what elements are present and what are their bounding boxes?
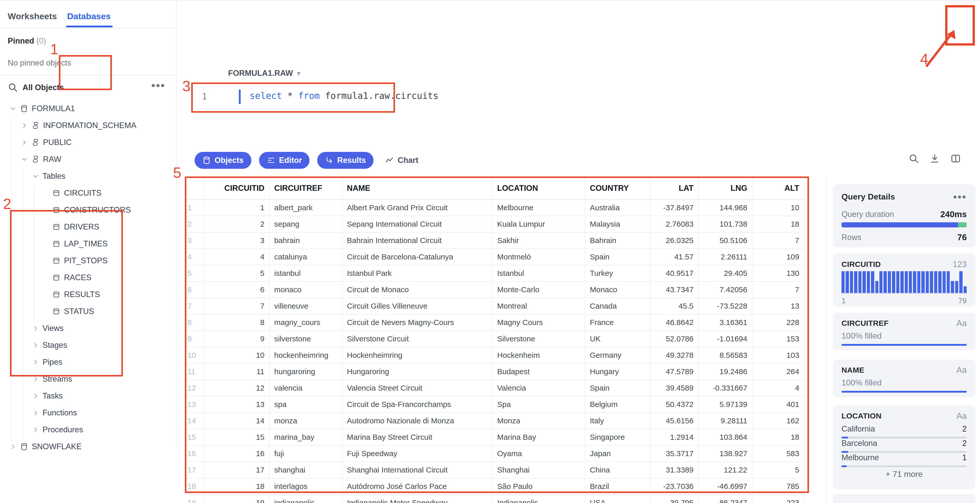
- table-row[interactable]: 1919indianapolisIndianapolis Motor Speed…: [185, 495, 804, 503]
- chart-view-button[interactable]: Chart: [381, 152, 422, 169]
- row-number-cell[interactable]: 13: [185, 396, 204, 412]
- table-cell[interactable]: valencia: [269, 380, 342, 396]
- row-number-cell[interactable]: 2: [185, 216, 204, 232]
- table-cell[interactable]: USA: [585, 495, 650, 503]
- table-row[interactable]: 11albert_parkAlbert Park Grand Prix Circ…: [185, 199, 804, 216]
- row-number-cell[interactable]: 4: [185, 249, 204, 265]
- tab-databases[interactable]: Databases: [67, 11, 111, 21]
- table-cell[interactable]: 41.57: [650, 249, 698, 265]
- table-cell[interactable]: 47.5789: [650, 363, 698, 380]
- table-row[interactable]: 1515marina_bayMarina Bay Street CircuitM…: [185, 429, 804, 446]
- table-cell[interactable]: 5.97139: [698, 396, 752, 412]
- download-icon[interactable]: [929, 153, 940, 164]
- column-header-lng[interactable]: LNG: [698, 177, 752, 199]
- row-number-cell[interactable]: 17: [185, 462, 204, 478]
- table-row[interactable]: 22sepangSepang International CircuitKual…: [185, 216, 804, 232]
- sql-editor-line[interactable]: select * from formula1.raw.circuits: [250, 91, 439, 101]
- table-cell[interactable]: 8.56583: [698, 347, 752, 363]
- table-cell[interactable]: hungaroring: [269, 363, 342, 380]
- more-options-icon[interactable]: •••: [953, 194, 967, 199]
- tree-item-status[interactable]: STATUS: [0, 303, 177, 320]
- table-cell[interactable]: 144.968: [698, 199, 752, 216]
- table-cell[interactable]: monaco: [269, 282, 342, 298]
- results-view-button[interactable]: Results: [317, 152, 374, 169]
- table-cell[interactable]: UK: [585, 331, 650, 347]
- table-cell[interactable]: 45.5: [650, 298, 698, 314]
- worksheet-context-tab[interactable]: FORMULA1.RAW ▾: [228, 68, 300, 78]
- column-header-alt[interactable]: ALT: [752, 177, 804, 199]
- table-cell[interactable]: 103: [752, 347, 804, 363]
- search-icon[interactable]: [908, 153, 919, 164]
- table-cell[interactable]: 785: [752, 478, 804, 495]
- tree-item-information_schema[interactable]: INFORMATION_SCHEMA: [0, 117, 177, 134]
- table-cell[interactable]: Melbourne: [492, 199, 585, 216]
- row-number-cell[interactable]: 19: [185, 495, 204, 503]
- table-cell[interactable]: Japan: [585, 446, 650, 462]
- table-row[interactable]: 1818interlagosAutódromo José Carlos Pace…: [185, 478, 804, 495]
- table-cell[interactable]: 19.2486: [698, 363, 752, 380]
- table-cell[interactable]: 10: [752, 199, 804, 216]
- table-cell[interactable]: 7: [752, 232, 804, 249]
- table-cell[interactable]: -73.5228: [698, 298, 752, 314]
- table-cell[interactable]: bahrain: [269, 232, 342, 249]
- table-cell[interactable]: 17: [204, 462, 269, 478]
- table-cell[interactable]: 2.76083: [650, 216, 698, 232]
- table-cell[interactable]: Hockenheimring: [342, 347, 492, 363]
- column-header-circuitref[interactable]: CIRCUITREF: [269, 177, 342, 199]
- column-header-country[interactable]: COUNTRY: [585, 177, 650, 199]
- location-value-row[interactable]: California2: [842, 424, 967, 438]
- tree-item-tables[interactable]: Tables: [0, 168, 177, 185]
- table-row[interactable]: 88magny_coursCircuit de Nevers Magny-Cou…: [185, 314, 804, 331]
- chevron-right-icon[interactable]: [32, 426, 40, 434]
- table-cell[interactable]: Montmeló: [492, 249, 585, 265]
- row-number-cell[interactable]: 15: [185, 429, 204, 446]
- table-cell[interactable]: 138.927: [698, 446, 752, 462]
- more-options-icon[interactable]: •••: [151, 79, 165, 92]
- circuitid-histogram[interactable]: [842, 271, 967, 294]
- table-row[interactable]: 1212valenciaValencia Street CircuitValen…: [185, 380, 804, 396]
- table-cell[interactable]: 35.3717: [650, 446, 698, 462]
- table-cell[interactable]: Circuit de Spa-Francorchamps: [342, 396, 492, 412]
- table-cell[interactable]: 228: [752, 314, 804, 331]
- chevron-right-icon[interactable]: [9, 443, 17, 450]
- chevron-right-icon[interactable]: [32, 341, 40, 349]
- row-number-cell[interactable]: 5: [185, 265, 204, 282]
- table-cell[interactable]: Bahrain International Circuit: [342, 232, 492, 249]
- table-cell[interactable]: Brazil: [585, 478, 650, 495]
- table-cell[interactable]: Australia: [585, 199, 650, 216]
- table-cell[interactable]: albert_park: [269, 199, 342, 216]
- table-cell[interactable]: 50.4372: [650, 396, 698, 412]
- table-cell[interactable]: France: [585, 314, 650, 331]
- table-cell[interactable]: Marina Bay: [492, 429, 585, 446]
- table-cell[interactable]: Circuit de Barcelona-Catalunya: [342, 249, 492, 265]
- table-cell[interactable]: villeneuve: [269, 298, 342, 314]
- table-cell[interactable]: Autódromo José Carlos Pace: [342, 478, 492, 495]
- table-cell[interactable]: 5: [204, 265, 269, 282]
- table-row[interactable]: 1010hockenheimringHockenheimringHockenhe…: [185, 347, 804, 363]
- table-cell[interactable]: Spain: [585, 380, 650, 396]
- table-cell[interactable]: 11: [204, 363, 269, 380]
- chevron-down-icon[interactable]: [9, 105, 17, 112]
- location-value-row[interactable]: Melbourne1: [842, 453, 967, 467]
- table-cell[interactable]: Marina Bay Street Circuit: [342, 429, 492, 446]
- table-row[interactable]: 33bahrainBahrain International CircuitSa…: [185, 232, 804, 249]
- tree-item-races[interactable]: RACES: [0, 269, 177, 286]
- chevron-right-icon[interactable]: [32, 409, 40, 417]
- table-cell[interactable]: 45.6156: [650, 412, 698, 429]
- table-cell[interactable]: 31.3389: [650, 462, 698, 478]
- tree-item-procedures[interactable]: Procedures: [0, 421, 177, 438]
- row-number-cell[interactable]: 10: [185, 347, 204, 363]
- tree-item-pit_stops[interactable]: PIT_STOPS: [0, 252, 177, 269]
- table-cell[interactable]: Indianapolis: [492, 495, 585, 503]
- tree-item-stages[interactable]: Stages: [0, 337, 177, 354]
- table-cell[interactable]: Silverstone: [492, 331, 585, 347]
- table-cell[interactable]: 39.4589: [650, 380, 698, 396]
- table-cell[interactable]: Albert Park Grand Prix Circuit: [342, 199, 492, 216]
- table-cell[interactable]: 401: [752, 396, 804, 412]
- table-cell[interactable]: sepang: [269, 216, 342, 232]
- table-cell[interactable]: monza: [269, 412, 342, 429]
- chevron-right-icon[interactable]: [32, 325, 40, 332]
- table-cell[interactable]: Hockenheim: [492, 347, 585, 363]
- editor-view-button[interactable]: Editor: [259, 152, 310, 169]
- row-number-cell[interactable]: 14: [185, 412, 204, 429]
